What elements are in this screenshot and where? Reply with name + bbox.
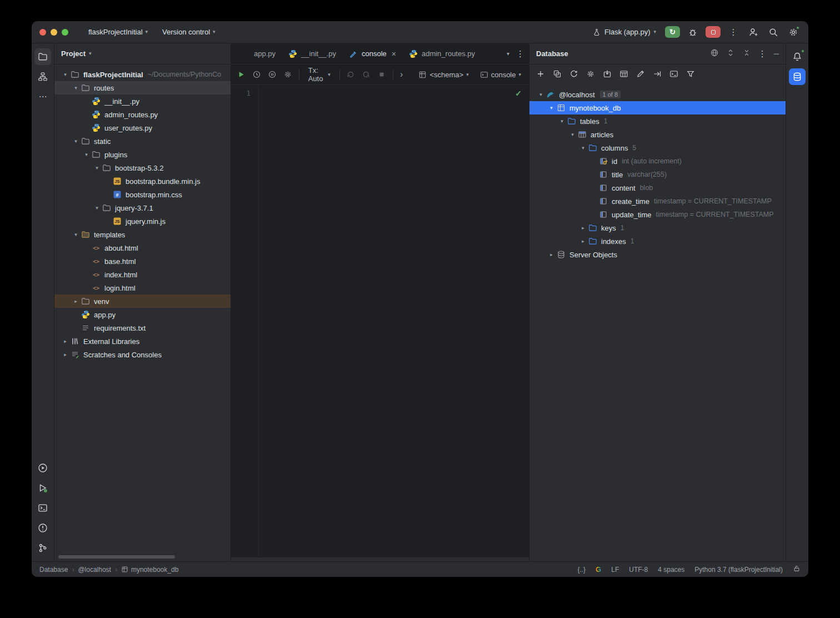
twisty-icon[interactable]: ▸: [71, 298, 81, 304]
encoding-widget[interactable]: UTF-8: [629, 566, 648, 574]
query-console-icon[interactable]: [669, 69, 678, 80]
database-tree-row[interactable]: create_time timestamp = CURRENT_TIMESTAM…: [529, 195, 786, 208]
editor-surface[interactable]: 1 ✓: [231, 85, 529, 557]
table-icon[interactable]: [619, 69, 628, 80]
project-tree-row[interactable]: ▸ venv: [54, 295, 231, 308]
close-tab-icon[interactable]: ×: [392, 50, 396, 58]
project-tree-row[interactable]: ▾ flaskProjectInitial ~/Documents/Python…: [54, 68, 231, 81]
database-tree-row[interactable]: ▾ mynotebook_db: [529, 101, 786, 114]
project-tree-row[interactable]: requirements.txt: [54, 321, 231, 335]
status-crumb-host[interactable]: @localhost: [78, 566, 111, 574]
line-ending-widget[interactable]: LF: [611, 566, 619, 574]
database-tree-row[interactable]: content blob: [529, 181, 786, 195]
expand-all-icon[interactable]: [726, 48, 735, 59]
twisty-icon[interactable]: ▾: [71, 85, 81, 91]
code-area[interactable]: [259, 85, 529, 557]
tx-mode-select[interactable]: Tx: Auto ▾: [306, 65, 333, 84]
rollback-icon[interactable]: [362, 69, 371, 80]
project-tree-row[interactable]: <> index.html: [54, 268, 231, 281]
rerun-button[interactable]: ↻: [665, 26, 680, 38]
project-tree-row[interactable]: app.py: [54, 308, 231, 321]
project-tree-row[interactable]: <> login.html: [54, 281, 231, 295]
history-clock-icon[interactable]: [252, 69, 261, 80]
database-tree-row[interactable]: ▸ indexes 1: [529, 235, 786, 248]
editor-tab[interactable]: __init__.py: [282, 43, 342, 64]
interpreter-widget[interactable]: Python 3.7 (flaskProjectInitial): [694, 566, 783, 574]
database-tool-button[interactable]: [789, 68, 806, 85]
twisty-icon[interactable]: ▾: [92, 205, 102, 211]
database-tree-row[interactable]: ▾ articles: [529, 128, 786, 141]
run-configuration-select[interactable]: Flask (app.py) ▾: [589, 26, 659, 38]
collapse-all-icon[interactable]: [742, 48, 751, 59]
edit-pencil-icon[interactable]: [636, 69, 645, 80]
project-widget-menu[interactable]: flaskProjectInitial ▾: [85, 26, 151, 38]
twisty-icon[interactable]: ▸: [578, 225, 588, 231]
problems-tool-button[interactable]: [34, 520, 51, 536]
project-tree-row[interactable]: ▾ templates: [54, 228, 231, 241]
project-tree-row[interactable]: JS jquery.min.js: [54, 215, 231, 228]
code-style-widget[interactable]: {..}: [577, 566, 586, 574]
indent-widget[interactable]: 4 spaces: [658, 566, 684, 574]
project-tree-row[interactable]: ▸ External Libraries: [54, 335, 231, 348]
tab-options-icon[interactable]: ⋮: [516, 49, 524, 59]
submit-icon[interactable]: [653, 69, 662, 80]
jump-to-icon[interactable]: [603, 69, 612, 80]
debug-button[interactable]: [686, 25, 700, 39]
database-tree-row[interactable]: ▸ Server Objects: [529, 248, 786, 261]
zoom-window-button[interactable]: [62, 29, 68, 36]
run-tool-button[interactable]: [34, 460, 51, 476]
project-tool-button[interactable]: [34, 48, 51, 65]
inspection-ok-icon[interactable]: ✓: [515, 89, 522, 98]
grazie-widget[interactable]: G: [596, 565, 601, 574]
panel-options-icon[interactable]: ⋮: [758, 49, 767, 59]
terminal-tool-button[interactable]: [34, 500, 51, 516]
twisty-icon[interactable]: ▾: [92, 165, 102, 171]
execute-play-icon[interactable]: [237, 69, 246, 80]
editor-tab[interactable]: admin_routes.py: [402, 43, 481, 64]
project-tree-row[interactable]: # bootstrap.min.css: [54, 188, 231, 201]
notifications-bell-icon[interactable]: [789, 48, 806, 65]
project-tree-row[interactable]: user_routes.py: [54, 121, 231, 134]
twisty-icon[interactable]: ▾: [547, 105, 556, 111]
stop-query-icon[interactable]: [377, 69, 386, 80]
chevron-right-icon[interactable]: ›: [400, 70, 403, 79]
project-tree-row[interactable]: admin_routes.py: [54, 108, 231, 121]
pause-icon[interactable]: [268, 69, 277, 80]
commit-icon[interactable]: [346, 69, 355, 80]
web-icon[interactable]: [710, 48, 719, 59]
database-tree-row[interactable]: ▸ keys 1: [529, 221, 786, 235]
duplicate-icon[interactable]: [553, 69, 562, 80]
filter-funnel-icon[interactable]: [686, 69, 695, 80]
project-tree-row[interactable]: <> base.html: [54, 255, 231, 268]
twisty-icon[interactable]: ▾: [557, 118, 567, 124]
database-tree-row[interactable]: ▾ columns 5: [529, 141, 786, 154]
project-tree-row[interactable]: ▾ routes: [54, 81, 231, 94]
structure-tool-button[interactable]: [34, 68, 51, 85]
twisty-icon[interactable]: ▾: [61, 72, 70, 77]
twisty-icon[interactable]: ▾: [71, 232, 81, 237]
stop-button[interactable]: [706, 26, 721, 38]
code-with-me-button[interactable]: [746, 25, 761, 39]
project-tree-row[interactable]: ▸ Scratches and Consoles: [54, 348, 231, 361]
hide-panel-icon[interactable]: ─: [774, 49, 779, 58]
lock-icon[interactable]: [793, 565, 801, 574]
database-tree-row[interactable]: id int (auto increment): [529, 154, 786, 168]
editor-tab[interactable]: app.py: [234, 43, 282, 64]
project-tree-row[interactable]: ▾ jquery-3.7.1: [54, 201, 231, 215]
close-window-button[interactable]: [39, 29, 46, 36]
vcs-widget-menu[interactable]: Version control ▾: [159, 26, 219, 38]
more-actions-menu[interactable]: ⋮: [726, 25, 741, 39]
settings-gear-icon[interactable]: [786, 25, 801, 39]
console-select[interactable]: console ▾: [478, 69, 523, 80]
twisty-icon[interactable]: ▾: [82, 152, 91, 157]
twisty-icon[interactable]: ▾: [568, 132, 577, 137]
editor-tab[interactable]: console ×: [342, 43, 402, 64]
horizontal-scrollbar[interactable]: [58, 555, 175, 559]
project-tree-row[interactable]: ▾ plugins: [54, 148, 231, 161]
services-tool-button[interactable]: [34, 480, 51, 496]
new-item-icon[interactable]: [536, 69, 545, 80]
more-tool-windows-button[interactable]: ⋯: [34, 88, 51, 105]
twisty-icon[interactable]: ▾: [536, 92, 546, 97]
project-tree-row[interactable]: JS bootstrap.bundle.min.js: [54, 175, 231, 188]
twisty-icon[interactable]: ▾: [71, 138, 81, 144]
